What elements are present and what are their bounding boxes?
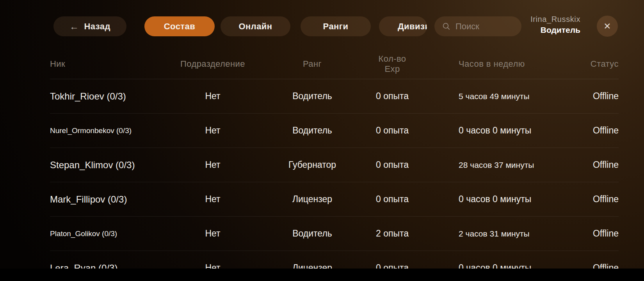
header-hours: Часов в неделю [414,59,562,69]
table-row[interactable]: Platon_Golikov (0/3) Нет Водитель 2 опыт… [50,217,619,251]
cell-exp: 0 опыта [376,194,409,205]
cell-nick: Mark_Fillipov (0/3) [50,194,172,205]
cell-status: Offline [593,228,619,239]
cell-rank: Губернатор [288,160,336,170]
cell-rank: Лицензер [292,263,332,269]
user-block: Irina_Russkix Водитель [530,14,580,35]
cell-unit: Нет [205,228,220,239]
table-row[interactable]: Nurel_Ormonbekov (0/3) Нет Водитель 0 оп… [50,114,619,148]
cell-unit: Нет [205,160,220,170]
cell-unit: Нет [205,125,220,136]
user-role: Водитель [530,25,580,35]
cell-hours: 2 часов 31 минуты [414,229,562,238]
cell-unit: Нет [205,194,220,205]
tab-divisions-label: Дивизии [398,21,427,32]
cell-rank: Лицензер [292,194,332,205]
tab-sostav-label: Состав [164,21,195,32]
table-header: Ник Подразделение Ранг Кол-во Exp Часов … [50,49,619,79]
back-button[interactable]: ← Назад [53,16,126,36]
table-row[interactable]: Tokhir_Rioev (0/3) Нет Водитель 0 опыта … [50,79,619,114]
faction-menu-screen: ← Назад Состав Онлайн Ранги Дивизии Irin… [0,0,644,269]
cell-status: Offline [593,194,619,205]
cell-rank: Водитель [292,228,332,239]
user-name: Irina_Russkix [530,14,580,25]
header-status: Статус [591,59,619,69]
back-button-label: Назад [84,21,110,32]
cell-nick: Platon_Golikov (0/3) [50,229,172,238]
search-field[interactable] [434,16,521,36]
cell-nick: Lera_Ryan (0/3) [50,263,172,269]
cell-hours: 28 часов 37 минуты [414,160,562,170]
search-input[interactable] [455,21,514,32]
cell-status: Offline [593,160,619,170]
cell-nick: Tokhir_Rioev (0/3) [50,91,172,102]
table-body: Tokhir_Rioev (0/3) Нет Водитель 0 опыта … [50,79,619,269]
close-button[interactable]: ✕ [597,16,618,37]
cell-exp: 0 опыта [376,263,409,269]
search-icon [442,22,450,30]
cell-hours: 0 часов 0 минуты [414,125,562,136]
cell-exp: 0 опыта [376,91,409,101]
tab-sostav[interactable]: Состав [144,16,215,36]
cell-status: Offline [593,263,619,269]
tab-rangi[interactable]: Ранги [301,16,371,36]
cell-hours: 5 часов 49 минуты [414,92,562,101]
cell-rank: Водитель [292,125,332,136]
header-rank: Ранг [303,59,322,69]
close-icon: ✕ [603,21,611,32]
cell-rank: Водитель [292,91,332,101]
cell-exp: 0 опыта [376,125,409,136]
header-nick: Ник [50,59,172,69]
cell-hours: 0 часов 0 минуты [414,194,562,205]
table-row[interactable]: Stepan_Klimov (0/3) Нет Губернатор 0 опы… [50,148,619,182]
cell-exp: 0 опыта [376,160,409,170]
table-row[interactable]: Mark_Fillipov (0/3) Нет Лицензер 0 опыта… [50,182,619,217]
cell-nick: Stepan_Klimov (0/3) [50,160,172,171]
cell-status: Offline [593,91,619,101]
cell-hours: 0 часов 0 минуты [414,263,562,269]
cell-unit: Нет [205,263,220,269]
tab-online[interactable]: Онлайн [221,16,290,36]
arrow-left-icon: ← [69,22,79,31]
tab-divisions[interactable]: Дивизии [379,16,427,36]
tab-rangi-label: Ранги [323,21,349,32]
table-row[interactable]: Lera_Ryan (0/3) Нет Лицензер 0 опыта 0 ч… [50,251,619,269]
header-exp: Кол-во Exp [371,54,414,74]
cell-nick: Nurel_Ormonbekov (0/3) [50,126,172,135]
cell-status: Offline [593,125,619,136]
cell-exp: 2 опыта [376,228,409,239]
tab-online-label: Онлайн [238,21,272,32]
cell-unit: Нет [205,91,220,101]
header-unit: Подразделение [180,59,245,69]
